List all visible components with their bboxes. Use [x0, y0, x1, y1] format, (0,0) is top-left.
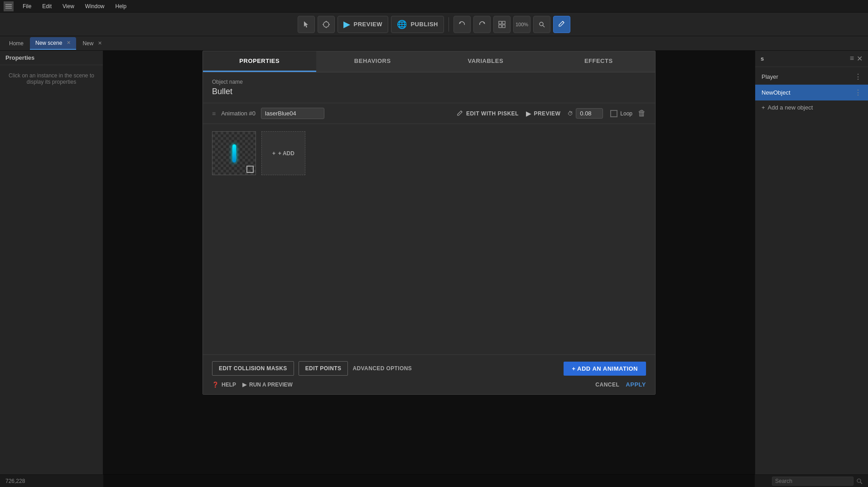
object-item-player[interactable]: Player ⋮	[755, 69, 868, 85]
toolbar-redo-btn[interactable]	[473, 16, 491, 33]
svg-line-9	[543, 25, 545, 27]
object-item-player-menu[interactable]: ⋮	[854, 72, 862, 81]
toolbar-undo-btn[interactable]	[453, 16, 471, 33]
toolbar: ▶ PREVIEW 🌐 PUBLISH 100%	[0, 13, 868, 36]
dialog-tab-behaviors[interactable]: BEHAVIORS	[316, 51, 429, 72]
search-input[interactable]	[772, 477, 854, 486]
toolbar-cursor-btn[interactable]	[298, 16, 315, 33]
loop-checkbox[interactable]	[610, 110, 617, 117]
object-item-newobject-menu[interactable]: ⋮	[854, 88, 862, 97]
dialog-bottom-row1: EDIT COLLISION MASKS EDIT POINTS ADVANCE…	[212, 361, 646, 376]
toolbar-separator-1	[448, 17, 449, 32]
add-object-label: Add a new object	[768, 104, 813, 111]
menu-window[interactable]: Window	[83, 2, 106, 10]
dialog-tabs: PROPERTIES BEHAVIORS VARIABLES EFFECTS	[203, 51, 655, 72]
animation-name-input[interactable]	[261, 108, 324, 119]
publish-label: PUBLISH	[410, 21, 438, 28]
timer-icon: ⏱	[568, 110, 573, 117]
timer-value-input[interactable]	[576, 108, 603, 119]
right-sidebar-title-s: s	[761, 55, 764, 62]
dialog-overlay: PROPERTIES BEHAVIORS VARIABLES EFFECTS O…	[103, 51, 755, 487]
app-icon	[4, 1, 14, 11]
preview-btn[interactable]: ▶ PREVIEW	[338, 16, 388, 33]
delete-animation-btn[interactable]: 🗑	[638, 109, 646, 118]
toolbar-search-btn[interactable]	[533, 16, 550, 33]
loop-control: Loop	[610, 110, 632, 117]
animation-actions: EDIT WITH PISKEL ▶ PREVIEW ⏱ Loop	[457, 108, 632, 119]
help-btn[interactable]: ❓ HELP	[212, 382, 236, 388]
svg-rect-6	[499, 25, 502, 28]
svg-line-11	[461, 111, 462, 112]
edit-collision-masks-btn[interactable]: EDIT COLLISION MASKS	[212, 361, 294, 376]
right-sidebar: s ≡ ✕ Player ⋮ NewObject ⋮ + Add a new o…	[755, 51, 868, 487]
advanced-options-btn[interactable]: ADVANCED OPTIONS	[352, 365, 412, 372]
toolbar-edit-btn[interactable]	[553, 16, 570, 33]
menu-edit[interactable]: Edit	[40, 2, 53, 10]
drag-handle-icon: ≡	[212, 110, 216, 117]
sprites-area: + + ADD	[203, 124, 655, 268]
svg-point-8	[540, 22, 543, 26]
dialog-bottom-row2: ❓ HELP ▶ RUN A PREVIEW CANCEL APPLY	[212, 381, 646, 388]
cancel-btn[interactable]: CANCEL	[595, 382, 619, 388]
object-name-label: Object name	[212, 79, 646, 85]
add-sprite-label: + ADD	[278, 150, 294, 157]
svg-point-12	[857, 479, 861, 482]
svg-rect-5	[502, 21, 505, 24]
animation-preview-btn[interactable]: ▶ PREVIEW	[526, 110, 560, 117]
tab-new-close[interactable]: ✕	[98, 40, 102, 46]
objects-list: Player ⋮ NewObject ⋮ + Add a new object	[755, 67, 868, 116]
preview-play-icon: ▶	[343, 19, 350, 29]
svg-line-13	[860, 482, 862, 484]
right-sidebar-actions: ≡ ✕	[850, 54, 863, 63]
publish-globe-icon: 🌐	[397, 19, 407, 29]
sidebar-filter-btn[interactable]: ≡	[850, 54, 854, 63]
run-preview-btn[interactable]: ▶ RUN A PREVIEW	[242, 382, 293, 388]
dialog-tab-effects[interactable]: EFFECTS	[542, 51, 656, 72]
run-preview-label: RUN A PREVIEW	[249, 382, 293, 388]
preview-label: PREVIEW	[353, 21, 382, 28]
toolbar-grid-btn[interactable]	[493, 16, 511, 33]
dialog-bottom: EDIT COLLISION MASKS EDIT POINTS ADVANCE…	[203, 354, 655, 394]
object-editor-dialog: PROPERTIES BEHAVIORS VARIABLES EFFECTS O…	[203, 51, 656, 395]
object-item-newobject[interactable]: NewObject ⋮	[755, 85, 868, 100]
dialog-tab-properties[interactable]: PROPERTIES	[203, 51, 316, 72]
dialog-tab-variables[interactable]: VARIABLES	[429, 51, 542, 72]
pencil-icon	[457, 110, 463, 117]
menu-view[interactable]: View	[61, 2, 76, 10]
object-name-value[interactable]: Bullet	[212, 87, 646, 96]
status-search	[772, 477, 863, 486]
dialog-content-spacer	[203, 268, 655, 354]
menu-bar: File Edit View Window Help	[0, 0, 868, 13]
run-play-icon: ▶	[242, 382, 246, 388]
toolbar-zoom-btn[interactable]: 100%	[513, 16, 530, 33]
sprite-frame[interactable]	[212, 131, 256, 175]
object-item-player-name: Player	[762, 73, 854, 80]
plus-icon: +	[272, 150, 275, 157]
publish-btn[interactable]: 🌐 PUBLISH	[391, 16, 444, 33]
add-sprite-btn[interactable]: + + ADD	[261, 131, 305, 175]
status-coords: 726,228	[5, 478, 25, 484]
add-animation-btn[interactable]: + ADD AN ANIMATION	[564, 362, 646, 376]
tab-new-scene[interactable]: New scene ✕	[30, 37, 76, 50]
edit-piskel-btn[interactable]: EDIT WITH PISKEL	[457, 110, 519, 117]
tab-home[interactable]: Home	[4, 37, 29, 50]
menu-file[interactable]: File	[21, 2, 33, 10]
timer-control: ⏱	[568, 108, 603, 119]
add-object-row[interactable]: + Add a new object	[755, 100, 868, 115]
sidebar-close-btn[interactable]: ✕	[857, 54, 863, 63]
svg-rect-7	[502, 25, 505, 28]
edit-points-btn[interactable]: EDIT POINTS	[299, 361, 348, 376]
svg-rect-1	[5, 6, 12, 7]
tab-new[interactable]: New ✕	[77, 37, 107, 50]
animation-label: Animation #0	[221, 110, 256, 117]
properties-header: Properties	[0, 51, 103, 65]
play-icon: ▶	[526, 110, 531, 117]
help-icon: ❓	[212, 382, 219, 388]
tab-new-scene-close[interactable]: ✕	[67, 40, 71, 46]
sprite-select-indicator	[246, 166, 254, 173]
svg-rect-0	[5, 4, 12, 5]
toolbar-pan-btn[interactable]	[318, 16, 335, 33]
apply-btn[interactable]: APPLY	[626, 381, 646, 388]
menu-help[interactable]: Help	[114, 2, 129, 10]
loop-label: Loop	[620, 110, 632, 117]
